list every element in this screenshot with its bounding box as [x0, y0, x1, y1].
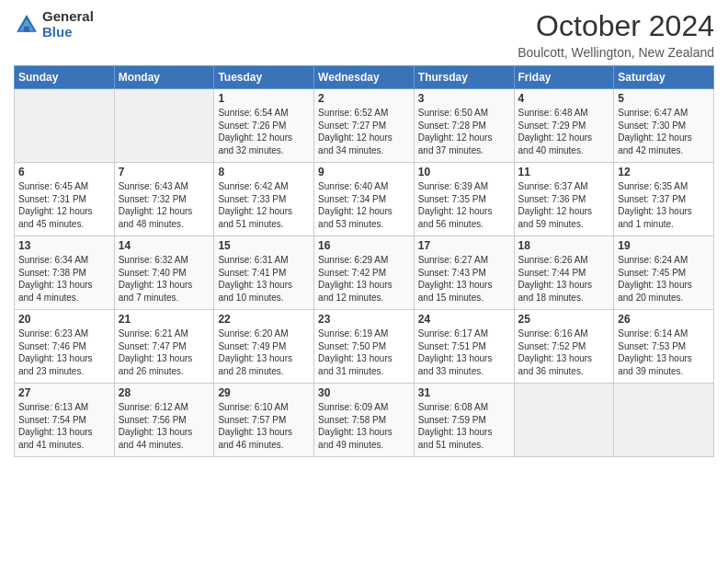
calendar-cell: 9Sunrise: 6:40 AM Sunset: 7:34 PM Daylig… [314, 163, 415, 236]
calendar-cell [514, 384, 614, 457]
cell-info: Sunrise: 6:20 AM Sunset: 7:49 PM Dayligh… [218, 327, 310, 377]
page: General Blue October 2024 Boulcott, Well… [0, 0, 728, 563]
calendar-cell: 18Sunrise: 6:26 AM Sunset: 7:44 PM Dayli… [514, 236, 614, 310]
cell-info: Sunrise: 6:23 AM Sunset: 7:46 PM Dayligh… [18, 327, 110, 377]
cell-info: Sunrise: 6:40 AM Sunset: 7:34 PM Dayligh… [318, 180, 410, 230]
day-header-saturday: Saturday [614, 66, 714, 89]
cell-info: Sunrise: 6:43 AM Sunset: 7:32 PM Dayligh… [119, 180, 210, 230]
day-number: 25 [518, 313, 610, 326]
day-number: 16 [318, 239, 410, 252]
cell-info: Sunrise: 6:09 AM Sunset: 7:58 PM Dayligh… [318, 401, 410, 451]
calendar-cell: 3Sunrise: 6:50 AM Sunset: 7:28 PM Daylig… [414, 89, 514, 163]
cell-info: Sunrise: 6:50 AM Sunset: 7:28 PM Dayligh… [418, 107, 510, 156]
calendar-table: SundayMondayTuesdayWednesdayThursdayFrid… [14, 65, 714, 457]
day-header-friday: Friday [514, 66, 614, 89]
calendar-cell: 19Sunrise: 6:24 AM Sunset: 7:45 PM Dayli… [614, 236, 714, 310]
day-number: 27 [18, 386, 110, 399]
cell-info: Sunrise: 6:34 AM Sunset: 7:38 PM Dayligh… [18, 254, 110, 304]
calendar-cell: 23Sunrise: 6:19 AM Sunset: 7:50 PM Dayli… [314, 310, 415, 384]
week-row-4: 20Sunrise: 6:23 AM Sunset: 7:46 PM Dayli… [15, 310, 714, 384]
day-number: 6 [18, 166, 110, 178]
calendar-cell: 22Sunrise: 6:20 AM Sunset: 7:49 PM Dayli… [214, 310, 314, 384]
day-number: 30 [318, 386, 410, 399]
day-number: 31 [418, 386, 510, 399]
cell-info: Sunrise: 6:39 AM Sunset: 7:35 PM Dayligh… [418, 180, 510, 230]
logo-icon [14, 12, 40, 38]
day-number: 15 [218, 239, 310, 252]
cell-info: Sunrise: 6:27 AM Sunset: 7:43 PM Dayligh… [418, 254, 510, 304]
day-number: 8 [218, 166, 310, 178]
day-number: 1 [218, 92, 310, 105]
calendar-cell: 27Sunrise: 6:13 AM Sunset: 7:54 PM Dayli… [15, 384, 115, 457]
month-title: October 2024 [518, 9, 714, 43]
cell-info: Sunrise: 6:10 AM Sunset: 7:57 PM Dayligh… [218, 401, 310, 451]
day-number: 3 [418, 92, 510, 105]
day-number: 23 [318, 313, 410, 326]
day-number: 18 [518, 239, 610, 252]
calendar-cell: 24Sunrise: 6:17 AM Sunset: 7:51 PM Dayli… [414, 310, 514, 384]
calendar-cell: 15Sunrise: 6:31 AM Sunset: 7:41 PM Dayli… [214, 236, 314, 310]
day-header-thursday: Thursday [414, 66, 514, 89]
header-row: SundayMondayTuesdayWednesdayThursdayFrid… [15, 66, 714, 89]
calendar-cell: 2Sunrise: 6:52 AM Sunset: 7:27 PM Daylig… [314, 89, 415, 163]
cell-info: Sunrise: 6:14 AM Sunset: 7:53 PM Dayligh… [618, 327, 710, 377]
cell-info: Sunrise: 6:24 AM Sunset: 7:45 PM Dayligh… [618, 254, 710, 304]
day-header-monday: Monday [114, 66, 214, 89]
day-number: 9 [318, 166, 410, 178]
title-block: October 2024 Boulcott, Wellington, New Z… [518, 9, 714, 60]
calendar-cell: 12Sunrise: 6:35 AM Sunset: 7:37 PM Dayli… [614, 163, 714, 236]
cell-info: Sunrise: 6:37 AM Sunset: 7:36 PM Dayligh… [518, 180, 610, 230]
day-number: 12 [618, 166, 710, 178]
day-number: 22 [218, 313, 310, 326]
cell-info: Sunrise: 6:16 AM Sunset: 7:52 PM Dayligh… [518, 327, 610, 377]
calendar-cell: 26Sunrise: 6:14 AM Sunset: 7:53 PM Dayli… [614, 310, 714, 384]
logo-blue-text: Blue [42, 25, 94, 40]
day-number: 14 [119, 239, 210, 252]
day-header-tuesday: Tuesday [214, 66, 314, 89]
svg-rect-2 [24, 26, 29, 31]
cell-info: Sunrise: 6:17 AM Sunset: 7:51 PM Dayligh… [418, 327, 510, 377]
day-number: 20 [18, 313, 110, 326]
cell-info: Sunrise: 6:52 AM Sunset: 7:27 PM Dayligh… [318, 107, 410, 156]
day-number: 28 [119, 386, 210, 399]
day-number: 2 [318, 92, 410, 105]
day-number: 29 [218, 386, 310, 399]
cell-info: Sunrise: 6:21 AM Sunset: 7:47 PM Dayligh… [119, 327, 210, 377]
calendar-cell: 20Sunrise: 6:23 AM Sunset: 7:46 PM Dayli… [15, 310, 115, 384]
cell-info: Sunrise: 6:48 AM Sunset: 7:29 PM Dayligh… [518, 107, 610, 156]
calendar-cell: 8Sunrise: 6:42 AM Sunset: 7:33 PM Daylig… [214, 163, 314, 236]
calendar-header: SundayMondayTuesdayWednesdayThursdayFrid… [15, 66, 714, 89]
calendar-cell: 10Sunrise: 6:39 AM Sunset: 7:35 PM Dayli… [414, 163, 514, 236]
cell-info: Sunrise: 6:54 AM Sunset: 7:26 PM Dayligh… [218, 107, 310, 156]
logo-text: General Blue [42, 9, 94, 40]
cell-info: Sunrise: 6:42 AM Sunset: 7:33 PM Dayligh… [218, 180, 310, 230]
day-number: 24 [418, 313, 510, 326]
logo-general-text: General [42, 9, 94, 25]
calendar-cell [614, 384, 714, 457]
cell-info: Sunrise: 6:31 AM Sunset: 7:41 PM Dayligh… [218, 254, 310, 304]
calendar-cell: 1Sunrise: 6:54 AM Sunset: 7:26 PM Daylig… [214, 89, 314, 163]
day-number: 4 [518, 92, 610, 105]
day-number: 7 [119, 166, 210, 178]
day-number: 19 [618, 239, 710, 252]
calendar-cell: 5Sunrise: 6:47 AM Sunset: 7:30 PM Daylig… [614, 89, 714, 163]
cell-info: Sunrise: 6:13 AM Sunset: 7:54 PM Dayligh… [18, 401, 110, 451]
calendar-cell: 29Sunrise: 6:10 AM Sunset: 7:57 PM Dayli… [214, 384, 314, 457]
calendar-cell: 31Sunrise: 6:08 AM Sunset: 7:59 PM Dayli… [414, 384, 514, 457]
calendar-cell: 14Sunrise: 6:32 AM Sunset: 7:40 PM Dayli… [114, 236, 214, 310]
cell-info: Sunrise: 6:12 AM Sunset: 7:56 PM Dayligh… [119, 401, 210, 451]
day-number: 13 [18, 239, 110, 252]
calendar-cell: 30Sunrise: 6:09 AM Sunset: 7:58 PM Dayli… [314, 384, 415, 457]
week-row-1: 1Sunrise: 6:54 AM Sunset: 7:26 PM Daylig… [15, 89, 714, 163]
week-row-2: 6Sunrise: 6:45 AM Sunset: 7:31 PM Daylig… [15, 163, 714, 236]
day-number: 10 [418, 166, 510, 178]
calendar-cell: 16Sunrise: 6:29 AM Sunset: 7:42 PM Dayli… [314, 236, 415, 310]
cell-info: Sunrise: 6:45 AM Sunset: 7:31 PM Dayligh… [18, 180, 110, 230]
day-header-wednesday: Wednesday [314, 66, 415, 89]
day-number: 11 [518, 166, 610, 178]
cell-info: Sunrise: 6:35 AM Sunset: 7:37 PM Dayligh… [618, 180, 710, 230]
day-number: 21 [119, 313, 210, 326]
location: Boulcott, Wellington, New Zealand [518, 45, 714, 60]
day-header-sunday: Sunday [15, 66, 115, 89]
day-number: 26 [618, 313, 710, 326]
